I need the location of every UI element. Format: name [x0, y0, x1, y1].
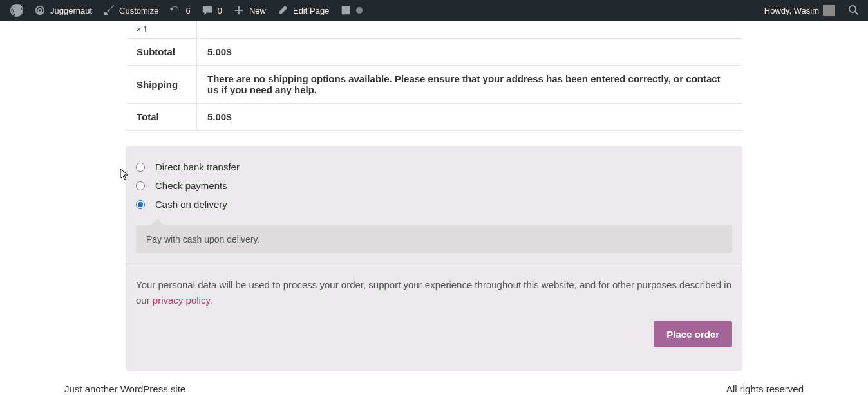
subtotal-value: 5.00$ — [197, 39, 742, 66]
avatar — [823, 5, 835, 16]
search-icon — [847, 4, 860, 17]
wp-admin-bar: Juggernaut Customize 6 0 New — [0, 0, 868, 21]
comment-icon — [201, 4, 214, 17]
radio-bacs[interactable] — [136, 163, 145, 172]
order-review-table: × 1 Subtotal 5.00$ Shipping There are no… — [126, 21, 742, 131]
yoast-seo[interactable] — [334, 0, 368, 21]
search-toggle[interactable] — [845, 0, 863, 21]
update-icon — [169, 4, 182, 17]
dashboard-icon — [33, 4, 46, 17]
plus-icon — [232, 4, 245, 17]
site-name[interactable]: Juggernaut — [28, 0, 97, 21]
qty-value: 1 — [143, 25, 147, 34]
subtotal-label: Subtotal — [126, 39, 197, 66]
cod-label: Cash on delivery — [155, 199, 227, 210]
site-name-label: Juggernaut — [50, 6, 92, 15]
customize[interactable]: Customize — [97, 0, 164, 21]
place-order-button[interactable]: Place order — [654, 321, 732, 347]
cheque-label: Check payments — [155, 180, 227, 191]
yoast-icon — [339, 4, 352, 17]
radio-cod[interactable] — [136, 200, 145, 209]
total-row: Total 5.00$ — [126, 104, 742, 131]
privacy-policy-link[interactable]: privacy policy — [153, 295, 210, 306]
subtotal-row: Subtotal 5.00$ — [126, 39, 742, 66]
shipping-label: Shipping — [126, 66, 197, 104]
bacs-label: Direct bank transfer — [155, 161, 240, 172]
howdy-text: Howdy, Wasim — [764, 6, 819, 15]
updates-count: 6 — [185, 6, 190, 15]
updates[interactable]: 6 — [164, 0, 195, 21]
customize-label: Customize — [119, 6, 158, 15]
shipping-value: There are no shipping options available.… — [197, 66, 742, 104]
product-row: × 1 — [126, 21, 742, 39]
payment-methods: Direct bank transfer Check payments Cash… — [126, 146, 742, 220]
new-content[interactable]: New — [227, 0, 271, 21]
seo-status-dot — [356, 7, 363, 14]
payment-box: Direct bank transfer Check payments Cash… — [126, 146, 742, 371]
footer-copyright: All rights reserved — [726, 383, 804, 394]
shipping-row: Shipping There are no shipping options a… — [126, 66, 742, 104]
comments[interactable]: 0 — [196, 0, 227, 21]
wordpress-icon — [10, 4, 23, 17]
brush-icon — [102, 4, 115, 17]
wp-logo[interactable] — [5, 0, 28, 21]
edit-page[interactable]: Edit Page — [271, 0, 334, 21]
qty-prefix: × — [137, 25, 141, 34]
payment-method-cod[interactable]: Cash on delivery — [136, 195, 732, 214]
new-label: New — [249, 6, 266, 15]
payment-method-bacs[interactable]: Direct bank transfer — [136, 158, 732, 176]
footer-tagline: Just another WordPress site — [64, 383, 185, 394]
pencil-icon — [276, 4, 289, 17]
total-label: Total — [126, 104, 197, 131]
privacy-policy-text: Your personal data will be used to proce… — [136, 277, 732, 308]
total-value: 5.00$ — [197, 104, 742, 131]
edit-page-label: Edit Page — [293, 6, 329, 15]
my-account[interactable]: Howdy, Wasim — [759, 0, 840, 21]
payment-method-cheque[interactable]: Check payments — [136, 176, 732, 195]
radio-cheque[interactable] — [136, 181, 145, 190]
site-footer: Just another WordPress site All rights r… — [0, 371, 868, 395]
comments-count: 0 — [218, 6, 222, 15]
payment-description: Pay with cash upon delivery. — [136, 225, 732, 253]
